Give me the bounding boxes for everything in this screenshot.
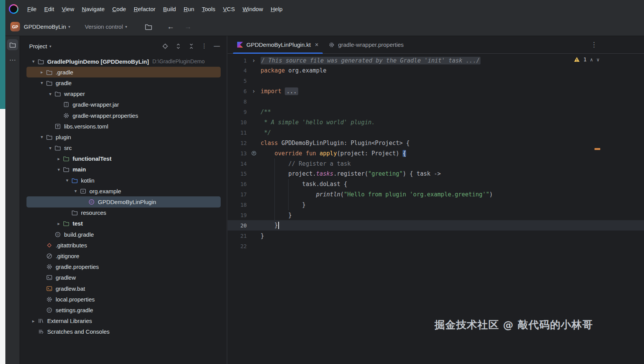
project-switcher[interactable]: GPDDemoByLin <box>24 23 66 30</box>
code-line-17[interactable]: 17 println("Hello from plugin 'org.examp… <box>228 189 644 200</box>
chevron-down-icon[interactable]: ▾ <box>63 178 71 183</box>
menu-item-navigate[interactable]: Navigate <box>78 4 108 14</box>
code-line-18[interactable]: 18 } <box>228 200 644 210</box>
code-line-5[interactable]: 5 <box>228 76 644 86</box>
tree-item-label: gradle.properties <box>56 264 99 270</box>
tree-item-resources[interactable]: resources <box>26 208 221 218</box>
code-line-12[interactable]: 12class GPDDemoByLinPlugin: Plugin<Proje… <box>228 138 644 148</box>
chevron-down-icon[interactable]: ▾ <box>38 134 46 140</box>
tree-item-wrapper[interactable]: ▾wrapper <box>26 89 221 99</box>
chevron-down-icon[interactable]: ▾ <box>46 145 54 151</box>
close-tab-icon[interactable]: × <box>315 41 319 48</box>
menu-item-build[interactable]: Build <box>159 4 180 14</box>
collapse-all-icon[interactable] <box>188 43 195 49</box>
back-button[interactable]: ← <box>167 23 174 31</box>
tree-item-functionaltest[interactable]: ▸functionalTest <box>26 153 221 164</box>
folder-icon <box>54 91 61 97</box>
tree-item-kotlin[interactable]: ▾kotlin <box>26 175 221 186</box>
chevron-right-icon[interactable]: ▸ <box>29 318 38 324</box>
code-line-11[interactable]: 11 */ <box>228 127 644 138</box>
tree-item-test[interactable]: ▸test <box>26 218 221 229</box>
tree-item-external-libraries[interactable]: ▸External Libraries <box>26 316 221 326</box>
code-line-1[interactable]: 1›/ This source file was generated by th… <box>228 55 644 66</box>
expand-all-icon[interactable] <box>175 43 182 49</box>
chevron-right-icon[interactable]: ▸ <box>54 156 63 161</box>
code-line-10[interactable]: 10 * A simple 'hello world' plugin. <box>228 117 644 127</box>
tree-item-org-example[interactable]: ▾org.example <box>26 186 221 196</box>
tree-item-plugin[interactable]: ▾plugin <box>26 132 221 142</box>
project-panel-title[interactable]: Project <box>29 43 47 49</box>
vcs-switcher[interactable]: Version control <box>85 23 123 30</box>
menu-item-window[interactable]: Window <box>239 4 267 14</box>
menu-item-file[interactable]: File <box>23 4 40 14</box>
hide-panel-icon[interactable]: — <box>214 43 220 49</box>
line-number: 16 <box>228 181 247 187</box>
chevron-down-icon[interactable]: ▾ <box>54 167 63 172</box>
tab-gradle-wrapper-properties[interactable]: gradle-wrapper.properties <box>324 36 409 54</box>
project-tool-window-button[interactable] <box>7 39 18 50</box>
tree-item-gradle-wrapper-properties[interactable]: gradle-wrapper.properties <box>26 110 221 121</box>
tree-item-gradle[interactable]: ▸.gradle <box>26 67 221 77</box>
code-line-4[interactable]: 4package org.example <box>228 66 644 76</box>
tree-item-scratches-and-consoles[interactable]: Scratches and Consoles <box>26 326 221 337</box>
chevron-down-icon: ▾ <box>50 44 51 48</box>
code-line-13[interactable]: 13 override fun apply(project: Project) … <box>228 148 644 158</box>
code-line-9[interactable]: 9/** <box>228 107 644 117</box>
fold-arrow-icon[interactable]: › <box>252 57 255 64</box>
fold-arrow-icon[interactable]: › <box>252 88 255 95</box>
editor-tabs-more-icon[interactable]: ⋮ <box>591 41 597 48</box>
tab-gpddemobylinplugin-kt[interactable]: GPDDemoByLinPlugin.kt × <box>232 36 324 54</box>
code-line-22[interactable]: 22 <box>228 241 644 251</box>
tree-item-gradle[interactable]: ▾gradle <box>26 77 221 88</box>
menu-item-code[interactable]: Code <box>109 4 130 14</box>
code-text: } <box>261 222 279 229</box>
forward-button[interactable]: → <box>184 23 192 31</box>
app-logo-icon[interactable] <box>9 4 18 14</box>
tree-item-src[interactable]: ▾src <box>26 143 221 153</box>
chevron-right-icon[interactable]: ▸ <box>38 69 46 75</box>
tree-item-libs-versions-toml[interactable]: libs.versions.toml <box>26 121 221 132</box>
project-badge-icon[interactable]: GP <box>10 22 20 31</box>
tree-item-gradlew-bat[interactable]: gradlew.bat <box>26 283 221 294</box>
menu-item-help[interactable]: Help <box>267 4 286 14</box>
tree-item-gradle-wrapper-jar[interactable]: gradle-wrapper.jar <box>26 99 221 110</box>
chevron-down-icon[interactable]: ▾ <box>38 80 46 86</box>
overriding-method-icon[interactable] <box>251 150 257 156</box>
open-folder-icon[interactable] <box>145 23 152 31</box>
line-number: 6 <box>228 88 247 94</box>
locate-file-icon[interactable] <box>162 43 168 49</box>
code-line-16[interactable]: 16 task.doLast { <box>228 179 644 189</box>
menu-item-tools[interactable]: Tools <box>198 4 219 14</box>
code-editor[interactable]: 1 ∧ ∨ 1›/ This source file was generated… <box>228 54 644 364</box>
menu-item-vcs[interactable]: VCS <box>219 4 239 14</box>
chevron-down-icon[interactable]: ▾ <box>71 188 80 194</box>
class-icon <box>88 199 95 205</box>
tree-item-gpddemobylinplugin[interactable]: GPDDemoByLinPlugin <box>26 196 221 207</box>
code-line-19[interactable]: 19 } <box>228 210 644 221</box>
code-line-15[interactable]: 15 project.tasks.register("greeting") { … <box>228 169 644 179</box>
chevron-right-icon[interactable]: ▸ <box>54 221 63 226</box>
code-line-20[interactable]: 20 } <box>228 220 644 231</box>
chevron-down-icon[interactable]: ▾ <box>29 59 38 64</box>
tree-item-label: .gitignore <box>56 253 79 259</box>
tree-item-local-properties[interactable]: local.properties <box>26 294 221 305</box>
menu-item-view[interactable]: View <box>58 4 78 14</box>
tree-item-gradle-properties[interactable]: gradle.properties <box>26 262 221 272</box>
tree-item-gradleplugindemo-gpddemobylin[interactable]: ▾GradlePluginDemo [GPDDemoByLin]D:\Gradl… <box>26 56 221 67</box>
options-kebab-icon[interactable]: ⋮ <box>201 43 207 49</box>
tree-item-settings-gradle[interactable]: settings.gradle <box>26 305 221 315</box>
code-line-14[interactable]: 14 // Register a task <box>228 158 644 169</box>
menu-item-refactor[interactable]: Refactor <box>130 4 159 14</box>
code-line-21[interactable]: 21} <box>228 231 644 241</box>
menu-item-edit[interactable]: Edit <box>40 4 58 14</box>
tree-item-gitattributes[interactable]: .gitattributes <box>26 240 221 250</box>
tree-item-main[interactable]: ▾main <box>26 164 221 175</box>
chevron-down-icon[interactable]: ▾ <box>46 91 54 97</box>
tree-item-gradlew[interactable]: gradlew <box>26 272 221 283</box>
menu-item-run[interactable]: Run <box>180 4 198 14</box>
tree-item-build-gradle[interactable]: build.gradle <box>26 229 221 240</box>
more-tool-windows-button[interactable]: ⋯ <box>7 54 18 66</box>
code-line-8[interactable]: 8 <box>228 97 644 107</box>
code-line-6[interactable]: 6›import ... <box>228 86 644 97</box>
tree-item-gitignore[interactable]: .gitignore <box>26 250 221 261</box>
